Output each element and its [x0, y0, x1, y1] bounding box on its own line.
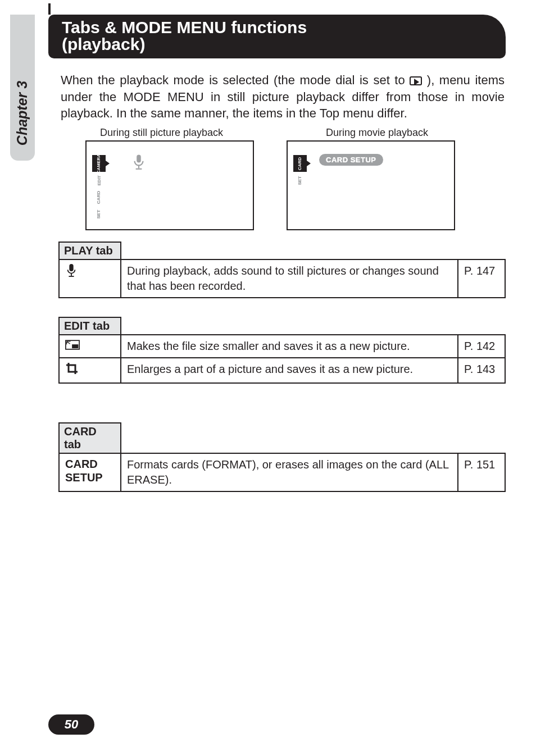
row-page-ref: P. 151 [458, 453, 505, 491]
tab-card: CARD [293, 155, 307, 172]
caption-movie-playback: During movie playback [326, 127, 428, 139]
intro-text-before: When the playback mode is selected (the … [61, 73, 410, 87]
row-description: Makes the file size smaller and saves it… [121, 335, 458, 358]
arrow-icon [106, 161, 110, 166]
edit-tab-table: EDIT tab Makes the file size smaller and… [58, 317, 506, 384]
row-page-ref: P. 142 [458, 335, 505, 358]
row-description: Formats cards (FORMAT), or erases all im… [121, 453, 458, 491]
card-tab-header: CARD tab [59, 423, 121, 453]
manual-page: Tabs & MODE MENU functions (playback) Ch… [0, 0, 536, 756]
row-description: During playback, adds sound to still pic… [121, 259, 458, 298]
tab-camera: CAMERA [92, 155, 106, 172]
microphone-icon [131, 154, 146, 173]
row-description: Enlarges a part of a picture and saves i… [121, 358, 458, 383]
title-line-2: (playback) [62, 35, 506, 54]
edit-tab-header: EDIT tab [59, 317, 121, 335]
crop-icon [59, 358, 121, 383]
title-banner: Tabs & MODE MENU functions (playback) [48, 15, 506, 58]
movie-playback-screen: SET CARD CARD SETUP [287, 140, 455, 230]
tab-edit: EDIT [92, 172, 106, 189]
resize-icon [59, 335, 121, 358]
card-setup-label: CARD SETUP [59, 453, 121, 491]
card-setup-pill: CARD SETUP [319, 154, 383, 166]
play-tab-table: PLAY tab During playback, adds sound to … [58, 242, 506, 298]
still-playback-screen: SET CARD EDIT CAMERA [85, 140, 254, 230]
microphone-icon [59, 259, 121, 298]
chapter-tab: Chapter 3 [10, 65, 35, 161]
playback-mode-icon [410, 76, 422, 85]
page-number-badge: 50 [48, 714, 94, 735]
row-page-ref: P. 143 [458, 358, 505, 383]
tab-set: SET [293, 172, 307, 189]
table-row: Enlarges a part of a picture and saves i… [59, 358, 505, 383]
svg-rect-7 [72, 344, 78, 348]
card-tab-table: CARD tab CARD SETUP Formats cards (FORMA… [58, 422, 506, 492]
play-tab-header: PLAY tab [59, 242, 121, 259]
row-page-ref: P. 147 [458, 259, 505, 298]
caption-still-playback: During still picture playback [100, 127, 223, 139]
still-screen-sidebar: SET CARD EDIT CAMERA [92, 155, 106, 222]
movie-screen-sidebar: SET CARD [293, 155, 307, 189]
svg-rect-0 [137, 154, 142, 163]
intro-paragraph: When the playback mode is selected (the … [61, 72, 505, 122]
svg-rect-3 [69, 264, 73, 271]
arrow-icon [307, 161, 311, 166]
table-row: During playback, adds sound to still pic… [59, 259, 505, 298]
title-line-1: Tabs & MODE MENU functions [62, 18, 506, 37]
chapter-label: Chapter 3 [15, 80, 31, 145]
tab-set: SET [92, 206, 106, 222]
tab-card: CARD [92, 189, 106, 206]
table-row: CARD SETUP Formats cards (FORMAT), or er… [59, 453, 505, 491]
table-row: Makes the file size smaller and saves it… [59, 335, 505, 358]
decor-line [48, 3, 51, 15]
